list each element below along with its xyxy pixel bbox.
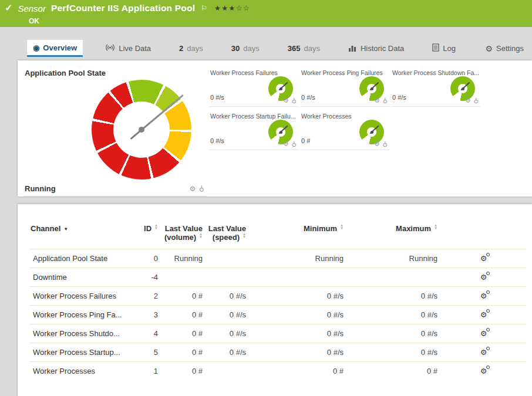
column-header-last-value-volume[interactable]: Last Value (volume)▲▼ xyxy=(161,222,206,249)
gauge-gear-icon[interactable]: ⚙ xyxy=(189,185,196,193)
star-empty-icon[interactable]: ☆ xyxy=(243,4,250,12)
maximum-cell: 0 #/s xyxy=(347,343,441,362)
channel-settings-icon[interactable]: ⚙ xyxy=(480,348,487,357)
gauge-pin-icon[interactable]: ⚲ xyxy=(199,185,204,193)
gauge-gear-icon[interactable]: ⚙ xyxy=(283,97,289,104)
tab-settings-label: Settings xyxy=(496,44,524,53)
channel-settings-icon[interactable]: ⚙ xyxy=(480,273,487,282)
tab-30-days[interactable]: 30 days xyxy=(225,40,265,57)
tab-365-days-number: 365 xyxy=(288,44,301,53)
channel-settings-icon[interactable]: ⚙ xyxy=(480,329,487,338)
flag-icon[interactable]: ⚐ xyxy=(201,4,207,12)
column-header-channel[interactable]: Channel▼ xyxy=(29,222,132,249)
tab-log-label: Log xyxy=(443,44,456,53)
gauge-pin-icon[interactable]: ⚲ xyxy=(383,97,388,104)
minimum-cell: 0 #/s xyxy=(250,324,347,343)
main-gauge-value: Running xyxy=(25,184,56,193)
last-volume-cell: 0 # xyxy=(161,287,206,306)
star-empty-icon[interactable]: ☆ xyxy=(236,4,243,12)
gauge-hub xyxy=(371,131,373,134)
last-speed-cell xyxy=(206,249,250,268)
historic-data-icon xyxy=(348,44,357,53)
table-row: Worker Processes 1 0 # 0 # 0 # ⚙ xyxy=(29,362,526,381)
gauge-gear-icon[interactable]: ⚙ xyxy=(374,97,380,104)
tab-2-days[interactable]: 2 days xyxy=(173,40,209,57)
mini-gauge-tile-worker-process-failures: Worker Process Failures 0 #/s ⚙⚲ xyxy=(209,68,298,107)
id-cell: 5 xyxy=(132,343,161,362)
table-row: Downtime -4 ⚙ xyxy=(29,268,526,287)
tab-365-days[interactable]: 365 days xyxy=(282,40,326,57)
minimum-cell: Running xyxy=(250,249,347,268)
live-data-icon xyxy=(105,43,115,53)
channel-settings-icon[interactable]: ⚙ xyxy=(480,254,487,263)
mini-gauge-value: 0 #/s xyxy=(210,137,224,144)
minimum-cell: 0 #/s xyxy=(250,306,347,324)
main-gauge-title: Application Pool State xyxy=(23,65,207,77)
last-volume-cell: Running xyxy=(161,249,206,268)
priority-stars[interactable]: ★★★☆☆ xyxy=(214,4,250,12)
tab-overview[interactable]: ◉ Overview xyxy=(27,40,83,57)
minimum-cell: 0 #/s xyxy=(250,343,347,362)
tab-overview-label: Overview xyxy=(43,43,77,52)
minimum-cell: 0 #/s xyxy=(250,287,347,306)
log-icon xyxy=(432,43,439,53)
sort-desc-icon: ▼ xyxy=(63,226,68,232)
sort-icons[interactable]: ▲▼ xyxy=(434,224,437,230)
object-kind-label: Sensor xyxy=(18,4,46,13)
main-gauge-footer: Running ⚙ ⚲ xyxy=(23,183,207,197)
column-header-last-value-speed[interactable]: Last Value (speed)▲▼ xyxy=(206,222,250,249)
column-header-id[interactable]: ID▲▼ xyxy=(132,222,161,249)
application-pool-state-gauge xyxy=(92,80,191,180)
gauge-pin-icon[interactable]: ⚲ xyxy=(292,97,297,104)
maximum-cell: 0 #/s xyxy=(347,324,441,343)
gauge-hub xyxy=(139,127,144,133)
sort-icons[interactable]: ▲▼ xyxy=(340,224,344,230)
tab-bar: ◉ Overview Live Data 2 days 30 days 365 … xyxy=(0,40,532,57)
tab-historic-data[interactable]: Historic Data xyxy=(342,40,410,57)
last-speed-cell xyxy=(206,268,250,287)
table-row: Application Pool State 0 Running Running… xyxy=(29,249,526,268)
sort-icons[interactable]: ▲▼ xyxy=(199,233,203,239)
maximum-cell xyxy=(347,268,441,287)
last-volume-cell: 0 # xyxy=(161,343,206,362)
table-row: Worker Process Shutdo... 4 0 # 0 #/s 0 #… xyxy=(29,324,526,343)
table-row: Worker Process Failures 2 0 # 0 #/s 0 #/… xyxy=(29,287,526,306)
mini-gauge-title: Worker Processes xyxy=(300,111,389,120)
settings-gear-icon: ⚙ xyxy=(485,44,493,53)
column-header-minimum[interactable]: Minimum▲▼ xyxy=(250,222,347,249)
gauge-gear-icon[interactable]: ⚙ xyxy=(283,140,289,148)
gauge-pin-icon[interactable]: ⚲ xyxy=(474,97,479,104)
gauge-pin-icon[interactable]: ⚲ xyxy=(292,140,297,148)
status-check-icon: ✓ xyxy=(5,4,12,13)
id-cell: -4 xyxy=(132,268,161,287)
maximum-cell: 0 #/s xyxy=(347,287,441,306)
tab-log[interactable]: Log xyxy=(426,40,462,57)
last-volume-cell xyxy=(161,268,206,287)
star-filled-icon[interactable]: ★ xyxy=(214,4,221,12)
gauge-gear-icon[interactable]: ⚙ xyxy=(465,97,471,104)
channel-cell: Worker Process Failures xyxy=(29,287,132,306)
tab-live-data[interactable]: Live Data xyxy=(99,40,157,57)
last-volume-cell: 0 # xyxy=(161,306,206,324)
maximum-cell: 0 # xyxy=(347,362,441,381)
tab-settings[interactable]: ⚙ Settings xyxy=(479,40,530,57)
sort-icons[interactable]: ▲▼ xyxy=(243,233,246,239)
mini-gauge-tile-worker-process-shutdown-failures: Worker Process Shutdown Fa... 0 #/s ⚙⚲ xyxy=(391,68,480,107)
mini-gauge-tile-worker-processes: Worker Processes 0 # ⚙⚲ xyxy=(300,111,389,150)
column-header-maximum[interactable]: Maximum▲▼ xyxy=(347,222,441,249)
mini-gauge-value: 0 #/s xyxy=(301,94,315,101)
channel-settings-icon[interactable]: ⚙ xyxy=(480,310,487,319)
channel-settings-icon[interactable]: ⚙ xyxy=(480,292,487,300)
mini-gauge-title: Worker Process Failures xyxy=(209,68,298,76)
last-volume-cell: 0 # xyxy=(161,324,206,343)
mini-gauge-actions: ⚙⚲ xyxy=(374,140,388,148)
gauge-gear-icon[interactable]: ⚙ xyxy=(374,140,380,148)
sort-icons[interactable]: ▲▼ xyxy=(154,224,158,230)
gauge-pin-icon[interactable]: ⚲ xyxy=(383,140,388,148)
mini-gauge-actions: ⚙⚲ xyxy=(283,97,297,104)
channel-settings-icon[interactable]: ⚙ xyxy=(480,367,487,375)
gauge-hub xyxy=(280,87,282,90)
star-filled-icon[interactable]: ★ xyxy=(221,4,228,12)
star-filled-icon[interactable]: ★ xyxy=(228,4,235,12)
minimum-cell: 0 # xyxy=(250,362,347,381)
